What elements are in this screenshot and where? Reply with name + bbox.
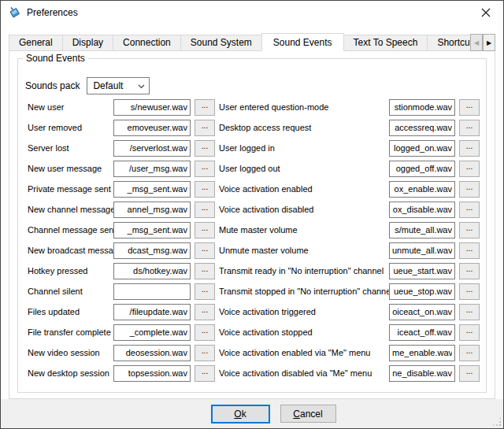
browse-button[interactable]: ... <box>195 242 215 259</box>
sound-file-input[interactable] <box>389 283 455 300</box>
sounds-pack-label: Sounds pack <box>25 80 80 91</box>
event-label: Transmit ready in "No interruption" chan… <box>219 266 385 276</box>
tab-text-to-speech[interactable]: Text To Speech <box>343 35 428 51</box>
sound-file-input[interactable] <box>113 263 191 279</box>
sounds-pack-row: Sounds pack Default <box>25 77 150 94</box>
browse-button[interactable]: ... <box>459 365 480 382</box>
browse-button[interactable]: ... <box>459 304 480 320</box>
browse-button[interactable]: ... <box>459 222 480 239</box>
event-label: Files updated <box>28 307 109 316</box>
title-bar[interactable]: Preferences <box>1 1 503 24</box>
sounds-pack-select[interactable]: Default <box>87 77 150 94</box>
sound-file-input[interactable] <box>113 304 191 320</box>
event-label: New desktop session <box>28 368 109 378</box>
sound-file-input[interactable] <box>113 161 191 177</box>
sound-file-input[interactable] <box>389 324 455 341</box>
browse-button[interactable]: ... <box>195 161 215 177</box>
sound-file-input[interactable] <box>113 120 191 136</box>
groupbox-legend: Sound Events <box>23 53 88 64</box>
ok-accel: O <box>234 409 241 420</box>
event-label: User logged out <box>219 164 385 173</box>
browse-button[interactable]: ... <box>195 263 215 279</box>
sound-file-input[interactable] <box>389 120 455 136</box>
sound-file-input[interactable] <box>389 161 455 177</box>
browse-button[interactable]: ... <box>195 222 215 239</box>
browse-button[interactable]: ... <box>195 304 215 320</box>
browse-button[interactable]: ... <box>459 242 480 259</box>
cancel-rest: ancel <box>300 409 323 420</box>
ok-rest: k <box>242 409 246 420</box>
sound-file-input[interactable] <box>113 345 191 361</box>
sound-file-input[interactable] <box>389 263 455 279</box>
browse-button[interactable]: ... <box>195 283 215 300</box>
browse-button[interactable]: ... <box>195 120 215 136</box>
sound-file-input[interactable] <box>389 202 455 218</box>
sound-file-input[interactable] <box>389 99 455 116</box>
tab-scroll-left-button[interactable]: ◀ <box>470 34 483 51</box>
sound-file-input[interactable] <box>113 242 191 259</box>
event-label: User logged in <box>219 143 385 153</box>
tab-sound-events[interactable]: Sound Events <box>261 33 344 51</box>
event-label: Unmute master volume <box>219 246 385 255</box>
event-label: User entered question-mode <box>219 102 385 112</box>
tab-display[interactable]: Display <box>62 35 113 51</box>
event-label: Voice activation disabled <box>219 205 385 214</box>
browse-button[interactable]: ... <box>195 365 215 382</box>
sound-file-input[interactable] <box>113 283 191 300</box>
event-label: Transmit stopped in "No interruption" ch… <box>219 287 385 296</box>
event-label: Voice activation enabled via "Me" menu <box>219 348 385 357</box>
browse-button[interactable]: ... <box>459 263 480 279</box>
browse-button[interactable]: ... <box>459 324 480 341</box>
event-label: Private message sent <box>28 184 109 194</box>
chevron-right-icon: ▶ <box>487 39 491 46</box>
browse-button[interactable]: ... <box>195 99 215 116</box>
browse-button[interactable]: ... <box>459 202 480 218</box>
browse-button[interactable]: ... <box>459 140 480 157</box>
cancel-button[interactable]: Cancel <box>280 405 336 423</box>
event-label: Voice activation disabled via "Me" menu <box>219 368 385 378</box>
close-button[interactable] <box>468 1 503 24</box>
browse-button[interactable]: ... <box>459 181 480 198</box>
sound-file-input[interactable] <box>113 202 191 218</box>
event-label: New user <box>28 102 109 112</box>
browse-button[interactable]: ... <box>195 140 215 157</box>
event-label: Channel message sent <box>28 225 109 235</box>
sound-file-input[interactable] <box>389 140 455 157</box>
sound-file-input[interactable] <box>113 324 191 341</box>
tab-sound-system[interactable]: Sound System <box>180 35 262 51</box>
tab-bar: GeneralDisplayConnectionSound SystemSoun… <box>9 33 495 51</box>
tab-scroll-right-button[interactable]: ▶ <box>483 34 495 51</box>
event-label: New channel message <box>28 205 109 214</box>
sound-file-input[interactable] <box>389 222 455 239</box>
resize-grip-icon[interactable] <box>493 418 502 427</box>
event-label: Voice activation enabled <box>219 184 385 194</box>
browse-button[interactable]: ... <box>195 181 215 198</box>
sound-file-input[interactable] <box>113 365 191 382</box>
sound-file-input[interactable] <box>389 242 455 259</box>
tab-connection[interactable]: Connection <box>113 35 181 51</box>
sound-file-input[interactable] <box>389 304 455 320</box>
sound-file-input[interactable] <box>113 140 191 157</box>
sound-file-input[interactable] <box>389 181 455 198</box>
chevron-down-icon <box>138 84 145 89</box>
cancel-accel: C <box>293 409 300 420</box>
sound-file-input[interactable] <box>389 365 455 382</box>
sound-file-input[interactable] <box>113 222 191 239</box>
ok-button[interactable]: Ok <box>211 405 270 423</box>
event-label: Hotkey pressed <box>28 266 109 276</box>
browse-button[interactable]: ... <box>459 161 480 177</box>
sound-file-input[interactable] <box>113 99 191 116</box>
sound-file-input[interactable] <box>389 345 455 361</box>
event-label: Voice activation triggered <box>219 307 385 316</box>
browse-button[interactable]: ... <box>459 283 480 300</box>
tab-general[interactable]: General <box>9 35 63 51</box>
browse-button[interactable]: ... <box>459 120 480 136</box>
event-label: Server lost <box>28 143 109 153</box>
tab-scroll-buttons: ◀ ▶ <box>470 34 495 51</box>
browse-button[interactable]: ... <box>195 345 215 361</box>
browse-button[interactable]: ... <box>459 99 480 116</box>
browse-button[interactable]: ... <box>195 202 215 218</box>
sound-file-input[interactable] <box>113 181 191 198</box>
browse-button[interactable]: ... <box>459 345 480 361</box>
browse-button[interactable]: ... <box>195 324 215 341</box>
